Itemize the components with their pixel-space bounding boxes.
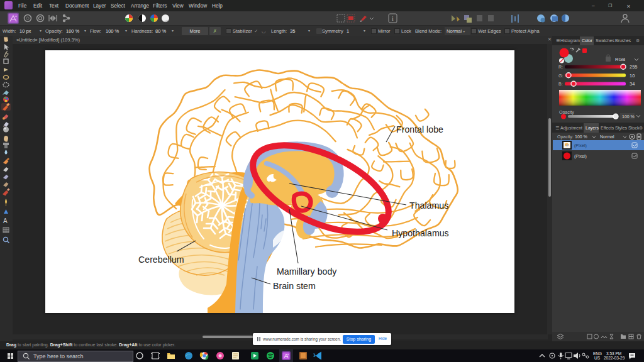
svg-text:Frontal lobe: Frontal lobe bbox=[396, 124, 443, 134]
svg-text:255: 255 bbox=[630, 64, 638, 70]
svg-text:Opacity:: Opacity: bbox=[557, 134, 574, 140]
svg-text:2022-03-29: 2022-03-29 bbox=[604, 356, 625, 360]
svg-text:US: US bbox=[594, 356, 601, 360]
svg-text:Swatches: Swatches bbox=[596, 38, 614, 43]
svg-text:3:53 PM: 3:53 PM bbox=[606, 351, 621, 356]
svg-text:Adjustment: Adjustment bbox=[560, 126, 582, 131]
svg-text:100 %: 100 % bbox=[575, 134, 587, 139]
svg-text:34: 34 bbox=[630, 81, 635, 87]
svg-text:(Pixel): (Pixel) bbox=[574, 143, 587, 148]
svg-text:RGB: RGB bbox=[615, 57, 625, 62]
svg-text:Layers: Layers bbox=[586, 126, 599, 131]
svg-text:i: i bbox=[392, 15, 394, 22]
svg-text:Styles: Styles bbox=[615, 126, 628, 131]
svg-text:⚙: ⚙ bbox=[636, 38, 640, 43]
svg-text:Brain stem: Brain stem bbox=[273, 281, 316, 291]
svg-text:(Pixel): (Pixel) bbox=[574, 154, 587, 159]
svg-text:R:: R: bbox=[558, 65, 563, 69]
svg-text:Hypothalamus: Hypothalamus bbox=[392, 228, 449, 238]
svg-text:Opacity: Opacity bbox=[559, 110, 574, 115]
svg-text:⚙: ⚙ bbox=[639, 126, 643, 130]
svg-text:10: 10 bbox=[630, 73, 635, 79]
svg-text:Brushes: Brushes bbox=[615, 38, 631, 43]
svg-text:Normal: Normal bbox=[600, 134, 614, 139]
svg-text:Stock: Stock bbox=[628, 126, 640, 130]
svg-text:G:: G: bbox=[558, 74, 563, 78]
svg-text:Color: Color bbox=[582, 38, 592, 43]
svg-text:Cerebellum: Cerebellum bbox=[138, 255, 184, 265]
svg-text:ENG: ENG bbox=[593, 351, 602, 356]
svg-text:100 %: 100 % bbox=[622, 114, 635, 119]
svg-text:B:: B: bbox=[558, 82, 563, 86]
svg-text:Histogram: Histogram bbox=[560, 38, 580, 43]
svg-text:Mamillary body: Mamillary body bbox=[277, 266, 337, 277]
svg-text:Effects: Effects bbox=[601, 126, 614, 130]
svg-text:☰: ☰ bbox=[555, 126, 559, 130]
svg-text:A: A bbox=[3, 217, 8, 224]
svg-text:☰: ☰ bbox=[556, 38, 560, 43]
svg-text:Thalamus: Thalamus bbox=[409, 200, 448, 211]
